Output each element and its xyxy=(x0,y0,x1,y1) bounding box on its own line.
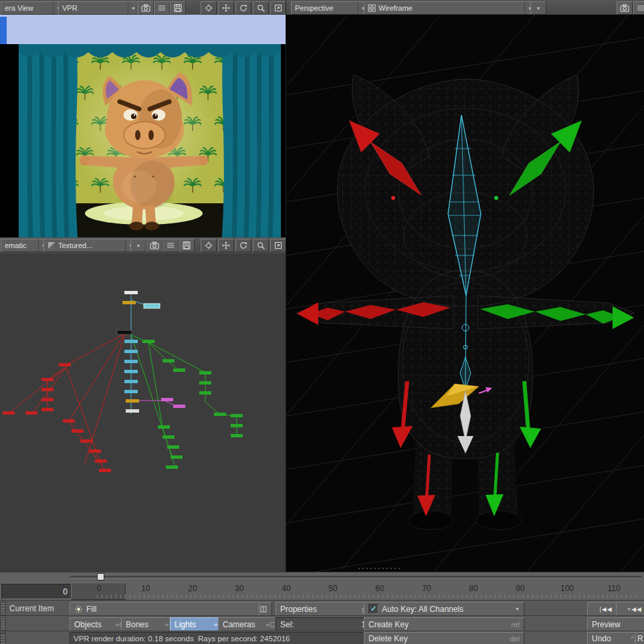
tick-label: 0 xyxy=(97,584,102,593)
auto-key-label: Auto Key: All Channels xyxy=(382,605,463,614)
textured-mode-icon xyxy=(47,241,56,249)
schematic-viewport-header: ematic ▼ Textured... ▼ ▼ xyxy=(0,237,286,254)
redo-button[interactable]: R xyxy=(635,632,644,644)
perspective-viewport-header: Perspective ▼ Wireframe ▼ ▼ xyxy=(286,0,644,15)
viewport-options-dropdown[interactable]: ▼ xyxy=(530,1,546,15)
current-frame-field[interactable]: 0 xyxy=(1,584,78,599)
schematic-render-mode-label: Textured... xyxy=(58,241,122,249)
list-icon[interactable] xyxy=(154,1,170,15)
auto-key-dropdown[interactable]: ✓ Auto Key: All Channels ▼ xyxy=(364,602,524,616)
delete-key-button[interactable]: Delete Keydel xyxy=(364,632,524,644)
schematic-viewport[interactable] xyxy=(0,253,286,572)
preview-button[interactable]: Preview xyxy=(587,617,644,631)
viewport-divider[interactable] xyxy=(286,0,286,572)
list-icon[interactable] xyxy=(163,239,179,252)
schematic-view-type-label: ematic xyxy=(5,241,35,249)
zoom-icon[interactable] xyxy=(253,239,269,252)
camera-render-mode-label: VPR xyxy=(62,4,125,12)
schematic-render-mode-dropdown[interactable]: Textured... ▼ xyxy=(43,239,136,252)
tick-label: 30 xyxy=(235,584,243,593)
wireframe-scene xyxy=(286,15,644,572)
list-icon[interactable] xyxy=(633,1,644,15)
sel-label: Sel: xyxy=(280,620,294,629)
lightwave-layout-window: era View ▼ VPR ▼ Perspective ▼ Wireframe… xyxy=(0,0,644,644)
timeline-ticks xyxy=(97,595,640,599)
chevron-down-icon: ▼ xyxy=(511,607,520,611)
tick-label: 100 xyxy=(560,584,574,593)
redo-label: R xyxy=(637,634,643,643)
perspective-view-type-label: Perspective xyxy=(295,4,355,12)
objects-label: Objects xyxy=(74,620,102,629)
timeline: 0 0 10 20 30 40 50 60 70 80 90 100 110 xyxy=(0,572,644,601)
chevron-down-icon: ▼ xyxy=(136,243,141,248)
move-icon[interactable] xyxy=(218,1,234,15)
current-frame-value: 0 xyxy=(63,587,68,597)
auto-key-checkbox[interactable]: ✓ xyxy=(368,604,379,614)
delete-key-label: Delete Key xyxy=(368,634,408,643)
render-blue-square xyxy=(0,17,7,44)
selection-count-field[interactable]: Sel: 1 xyxy=(276,617,372,631)
camera-icon[interactable] xyxy=(146,239,163,252)
bones-label: Bones xyxy=(126,620,148,629)
schematic-view-type-dropdown[interactable]: ematic ▼ xyxy=(1,239,49,252)
toolbar-row-1: Current Item Fill ▼ Properties p ✓ Auto … xyxy=(0,600,644,616)
row-grip[interactable] xyxy=(0,633,6,644)
tick-label: 110 xyxy=(607,584,620,593)
timeline-groove xyxy=(70,576,642,578)
viewport-options-dropdown[interactable]: ▼ xyxy=(130,239,146,252)
render-background-strip xyxy=(0,15,286,44)
cameras-mode-button[interactable]: Cameras+C xyxy=(218,617,280,631)
tick-label: 10 xyxy=(141,584,150,593)
row-grip[interactable] xyxy=(0,617,6,631)
current-item-label: Current Item xyxy=(9,604,54,613)
row-grip[interactable] xyxy=(0,602,6,615)
light-icon xyxy=(74,605,83,613)
undo-label: Undo xyxy=(592,634,611,643)
camera-render-mode-dropdown[interactable]: VPR ▼ xyxy=(58,1,138,15)
tick-label: 60 xyxy=(375,584,384,593)
camera-view-type-dropdown[interactable]: era View ▼ xyxy=(1,1,64,15)
move-icon[interactable] xyxy=(218,239,234,252)
camera-viewport[interactable] xyxy=(0,15,286,237)
step-back-label: +◀◀ xyxy=(627,606,642,613)
tick-label: 80 xyxy=(469,584,477,593)
properties-button[interactable]: Properties p xyxy=(276,602,370,616)
perspective-view-type-dropdown[interactable]: Perspective ▼ xyxy=(291,1,368,15)
item-edit-button[interactable] xyxy=(259,602,272,616)
maximize-viewport-icon[interactable] xyxy=(270,239,286,252)
perspective-viewport[interactable] xyxy=(286,15,644,572)
create-key-button[interactable]: Create Keyret xyxy=(364,617,524,631)
preview-label: Preview xyxy=(592,620,621,629)
zoom-icon[interactable] xyxy=(253,1,269,15)
step-back-button[interactable]: +◀◀ xyxy=(616,602,644,616)
create-key-label: Create Key xyxy=(368,620,409,629)
rotate-icon[interactable] xyxy=(235,1,251,15)
center-item-icon[interactable] xyxy=(201,1,217,15)
perspective-render-mode-dropdown[interactable]: Wireframe ▼ xyxy=(364,1,535,15)
maximize-viewport-icon[interactable] xyxy=(270,1,286,15)
current-item-dropdown[interactable]: Fill ▼ xyxy=(70,602,267,616)
chevron-down-icon: ▼ xyxy=(536,6,541,11)
rotate-icon[interactable] xyxy=(235,239,251,252)
center-item-icon[interactable] xyxy=(201,239,217,252)
render-status-text: VPR render duration: 0.18 seconds Rays p… xyxy=(74,635,290,643)
timeline-ruler[interactable]: 0 10 20 30 40 50 60 70 80 90 100 110 xyxy=(70,572,644,601)
current-frame-marker[interactable] xyxy=(97,573,104,580)
tick-label: 40 xyxy=(282,584,290,593)
wireframe-mode-icon xyxy=(368,4,376,12)
camera-icon[interactable] xyxy=(617,1,633,15)
go-to-start-label: |◀◀ xyxy=(599,606,612,613)
create-key-shortcut: ret xyxy=(507,621,520,629)
lights-label: Lights xyxy=(175,620,196,629)
camera-icon[interactable] xyxy=(138,1,154,15)
tick-label: 50 xyxy=(328,584,337,593)
save-icon[interactable] xyxy=(179,239,195,252)
cameras-shortcut: +C xyxy=(261,621,275,629)
camera-viewport-header: era View ▼ VPR ▼ xyxy=(0,0,286,15)
tick-label: 20 xyxy=(188,584,197,593)
tick-label: 90 xyxy=(516,584,524,593)
properties-label: Properties xyxy=(280,605,317,614)
save-icon[interactable] xyxy=(170,1,186,15)
perspective-render-mode-label: Wireframe xyxy=(379,4,522,12)
current-item-name: Fill xyxy=(86,605,96,614)
